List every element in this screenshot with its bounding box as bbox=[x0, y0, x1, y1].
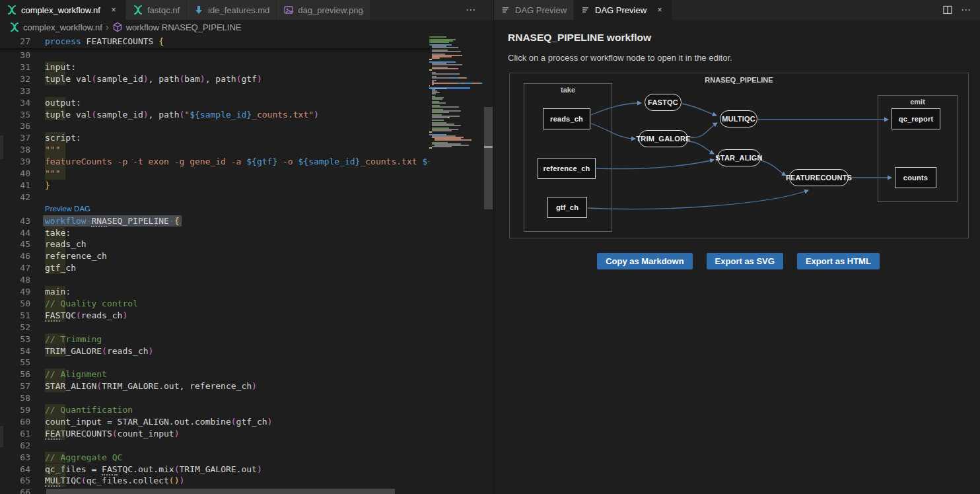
code-line-61[interactable]: 61FEATURECOUNTS(count_input) bbox=[0, 428, 429, 440]
dag-node-counts[interactable]: counts bbox=[895, 167, 936, 188]
line-number: 40 bbox=[0, 168, 30, 180]
code-line-30[interactable]: 30 bbox=[0, 50, 429, 61]
more-actions-icon[interactable]: ⋯ bbox=[961, 4, 971, 16]
sticky-scroll-line[interactable]: 27process FEATURECOUNTS { bbox=[0, 34, 429, 48]
code-line-50[interactable]: 50// Quality control bbox=[0, 298, 429, 310]
code-line-45[interactable]: 45reads_ch bbox=[0, 238, 429, 250]
line-number: 30 bbox=[0, 50, 30, 61]
line-number: 37 bbox=[0, 132, 30, 144]
tab-fastqc-nf[interactable]: fastqc.nf bbox=[126, 0, 187, 20]
code-line-63[interactable]: 63// Aggregate QC bbox=[0, 452, 429, 464]
editor-tabbar-right: DAG PreviewDAG Preview× bbox=[494, 0, 980, 20]
editor-vertical-scrollbar[interactable] bbox=[483, 34, 493, 494]
code-line-34[interactable]: 34output: bbox=[0, 97, 429, 109]
minimap[interactable] bbox=[429, 34, 483, 494]
code-line-65[interactable]: 65MULTIQC(qc_files.collect()) bbox=[0, 475, 429, 487]
line-number: 60 bbox=[0, 416, 30, 428]
dag-node-FEATURECOUNTS[interactable]: FEATURECOUNTS bbox=[789, 169, 849, 186]
code-line-59[interactable]: 59// Quantification bbox=[0, 404, 429, 416]
dag-node-FASTQC[interactable]: FASTQC bbox=[645, 94, 682, 111]
code-line-39[interactable]: 39featureCounts -p -t exon -g gene_id -a… bbox=[0, 156, 429, 168]
code-line-57[interactable]: 57STAR_ALIGN(TRIM_GALORE.out, reference_… bbox=[0, 380, 429, 392]
code-line-52[interactable]: 52 bbox=[0, 322, 429, 334]
vscode-window: { "colors":{"accent_button":"#2e6dad","n… bbox=[0, 0, 980, 494]
code-line-40[interactable]: 40""" bbox=[0, 168, 429, 180]
code-line-41[interactable]: 41} bbox=[0, 180, 429, 192]
dag-node-qc_report[interactable]: qc_report bbox=[892, 108, 940, 129]
dag-node-gtf_ch[interactable]: gtf_ch bbox=[547, 197, 587, 218]
dag-node-STAR_ALIGN[interactable]: STAR_ALIGN bbox=[717, 149, 761, 166]
chevron-right-icon: › bbox=[106, 22, 109, 32]
code-line-64[interactable]: 64qc_files = FASTQC.out.mix(TRIM_GALORE.… bbox=[0, 464, 429, 476]
close-icon[interactable]: × bbox=[108, 5, 119, 15]
export-as-html-button[interactable]: Export as HTML bbox=[797, 253, 880, 269]
codelens-row[interactable]: Preview DAG bbox=[0, 203, 429, 215]
code-line-38[interactable]: 38""" bbox=[0, 144, 429, 156]
line-number: 34 bbox=[0, 97, 30, 109]
code-line-56[interactable]: 56// Alignment bbox=[0, 369, 429, 380]
code-line-60[interactable]: 60count_input = STAR_ALIGN.out.combine(g… bbox=[0, 416, 429, 428]
code-line-32[interactable]: 32tuple val(sample_id), path(bam), path(… bbox=[0, 73, 429, 85]
nextflow-icon bbox=[7, 5, 17, 15]
breadcrumb-file[interactable]: complex_workflow.nf bbox=[23, 22, 102, 32]
code-line-62[interactable]: 62 bbox=[0, 440, 429, 452]
dag-edge-TRIM_GALORE-MULTIQC bbox=[689, 123, 717, 137]
tab-dag-preview-png[interactable]: dag_preview.png bbox=[277, 0, 370, 20]
line-number: 56 bbox=[0, 369, 30, 380]
dag-node-MULTIQC[interactable]: MULTIQC bbox=[720, 110, 757, 127]
breadcrumb-symbol[interactable]: workflow RNASEQ_PIPELINE bbox=[126, 22, 242, 32]
line-number: 45 bbox=[0, 238, 30, 250]
code-line-35[interactable]: 35tuple val(sample_id), path("${sample_i… bbox=[0, 109, 429, 121]
code-line-58[interactable]: 58 bbox=[0, 392, 429, 404]
tab-ide-features-md[interactable]: ide_features.md bbox=[187, 0, 277, 20]
line-number: 44 bbox=[0, 227, 30, 239]
line-number: 57 bbox=[0, 380, 30, 392]
hscroll-thumb[interactable] bbox=[46, 489, 395, 494]
code-line-42[interactable]: 42 bbox=[0, 192, 429, 203]
codelens-preview-dag[interactable]: Preview DAG bbox=[45, 203, 90, 215]
dag-node-reads_ch[interactable]: reads_ch bbox=[543, 108, 590, 129]
tab-right-dag-preview[interactable]: DAG Preview bbox=[494, 0, 574, 20]
line-number: 32 bbox=[0, 73, 30, 85]
code-line-49[interactable]: 49main: bbox=[0, 286, 429, 298]
right-tabbar-actions: ⋯ bbox=[942, 0, 971, 20]
tab-label: complex_workflow.nf bbox=[21, 5, 100, 15]
line-number: 63 bbox=[0, 452, 30, 464]
line-number: 50 bbox=[0, 298, 30, 310]
markdown-arrow-icon bbox=[193, 5, 204, 15]
code-line-51[interactable]: 51FASTQC(reads_ch) bbox=[0, 310, 429, 322]
tab-right-dag-preview[interactable]: DAG Preview× bbox=[574, 0, 672, 20]
code-line-43[interactable]: 43workflow·RNASEQ_PIPELINE·{ bbox=[0, 215, 429, 227]
code-line-55[interactable]: 55 bbox=[0, 357, 429, 369]
tab-complex-workflow-nf[interactable]: complex_workflow.nf× bbox=[0, 0, 126, 20]
editor-horizontal-scrollbar[interactable] bbox=[0, 489, 429, 494]
preview-lines-icon bbox=[580, 5, 591, 15]
code-line-53[interactable]: 53// Trimming bbox=[0, 334, 429, 345]
copy-as-markdown-button[interactable]: Copy as Markdown bbox=[597, 253, 692, 269]
tab-label: DAG Preview bbox=[515, 5, 567, 15]
code-line-47[interactable]: 47gtf_ch bbox=[0, 262, 429, 274]
export-as-svg-button[interactable]: Export as SVG bbox=[707, 253, 783, 269]
dag-node-TRIM_GALORE[interactable]: TRIM_GALORE bbox=[639, 130, 688, 147]
dag-node-reference_ch[interactable]: reference_ch bbox=[538, 158, 596, 179]
tab-label: fastqc.nf bbox=[147, 5, 180, 15]
code-editor[interactable]: 3031input:32tuple val(sample_id), path(b… bbox=[0, 34, 493, 494]
code-line-46[interactable]: 46reference_ch bbox=[0, 250, 429, 262]
line-number: 64 bbox=[0, 464, 30, 476]
line-number: 47 bbox=[0, 262, 30, 274]
code-line-48[interactable]: 48 bbox=[0, 274, 429, 286]
code-line-44[interactable]: 44take: bbox=[0, 227, 429, 239]
line-number: 53 bbox=[0, 334, 30, 345]
line-number: 42 bbox=[0, 192, 30, 203]
code-line-54[interactable]: 54TRIM_GALORE(reads_ch) bbox=[0, 345, 429, 357]
line-number: 46 bbox=[0, 250, 30, 262]
breadcrumb[interactable]: complex_workflow.nf › workflow RNASEQ_PI… bbox=[0, 20, 503, 34]
close-icon[interactable]: × bbox=[654, 5, 665, 15]
code-line-31[interactable]: 31input: bbox=[0, 61, 429, 73]
vscroll-thumb[interactable] bbox=[484, 107, 493, 209]
code-line-33[interactable]: 33 bbox=[0, 85, 429, 97]
code-line-36[interactable]: 36 bbox=[0, 120, 429, 132]
split-editor-icon[interactable] bbox=[942, 5, 953, 15]
more-actions-icon[interactable]: ⋯ bbox=[466, 4, 476, 16]
code-line-37[interactable]: 37script: bbox=[0, 132, 429, 144]
